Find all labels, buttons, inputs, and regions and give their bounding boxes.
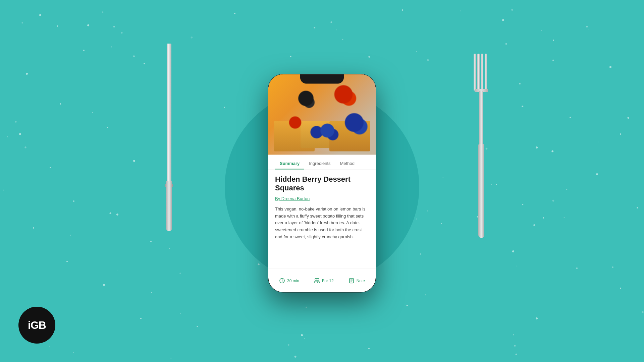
fork-neck bbox=[479, 91, 483, 145]
people-icon bbox=[314, 278, 320, 284]
svg-point-2 bbox=[317, 278, 319, 280]
tab-summary[interactable]: Summary bbox=[275, 158, 304, 169]
knife-blade bbox=[167, 44, 171, 184]
recipe-content: Hidden Berry Dessert Squares By Dreena B… bbox=[268, 170, 376, 246]
recipe-servings: For 12 bbox=[314, 278, 334, 284]
phone-screen: Summary Ingredients Method Hidden Berry … bbox=[268, 74, 376, 292]
knife-utensil bbox=[164, 44, 174, 231]
recipe-note[interactable]: Note bbox=[348, 278, 365, 284]
recipe-time-label: 30 min bbox=[287, 278, 299, 283]
tab-ingredients[interactable]: Ingredients bbox=[304, 158, 335, 169]
recipe-tabs: Summary Ingredients Method bbox=[268, 158, 376, 170]
recipe-title: Hidden Berry Dessert Squares bbox=[275, 175, 369, 193]
igb-logo-text: iGB bbox=[28, 319, 46, 331]
clock-icon bbox=[279, 278, 285, 284]
recipe-time: 30 min bbox=[279, 278, 299, 284]
recipe-info-bar: 30 min For 12 bbox=[268, 269, 376, 292]
fork-tine-2 bbox=[477, 54, 480, 90]
svg-point-1 bbox=[315, 278, 317, 280]
fork-tine-3 bbox=[481, 54, 483, 90]
tab-method[interactable]: Method bbox=[335, 158, 359, 169]
fork-handle bbox=[478, 144, 484, 238]
food-berries-overlay bbox=[268, 74, 376, 155]
phone-notch bbox=[300, 74, 344, 84]
fork-tine-1 bbox=[474, 54, 476, 90]
recipe-author[interactable]: By Dreena Burton bbox=[275, 196, 369, 201]
phone-device: Summary Ingredients Method Hidden Berry … bbox=[268, 74, 376, 292]
fork-tine-4 bbox=[485, 54, 487, 90]
fork-utensil bbox=[473, 44, 490, 238]
igb-logo: iGB bbox=[18, 307, 55, 344]
recipe-description: This vegan, no-bake variation on lemon b… bbox=[275, 205, 369, 240]
note-icon bbox=[348, 278, 355, 284]
recipe-note-label: Note bbox=[357, 278, 365, 283]
recipe-servings-label: For 12 bbox=[322, 278, 334, 283]
recipe-image bbox=[268, 74, 376, 155]
knife-handle bbox=[166, 181, 172, 231]
